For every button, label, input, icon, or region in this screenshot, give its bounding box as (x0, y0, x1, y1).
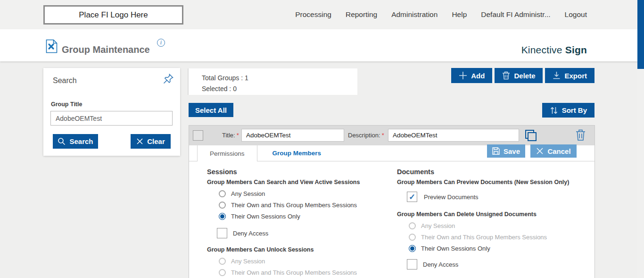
radio-selected-icon (219, 213, 226, 220)
radio-icon (219, 269, 226, 276)
radio-any-session-disabled: Any Session (219, 258, 396, 265)
nav-user-menu[interactable]: Default FI Administr... (481, 10, 550, 19)
sessions-section-heading: Sessions (207, 168, 396, 176)
page-header: Group Maintenance i Kinective Sign (0, 29, 644, 61)
tab-permissions[interactable]: Permissions (197, 145, 257, 161)
search-view-sessions-heading: Group Members Can Search and View Active… (207, 179, 396, 186)
brand-logo: Kinective Sign (521, 44, 587, 56)
checkbox-checked-icon: ✓ (407, 192, 417, 202)
search-button[interactable]: Search (53, 134, 98, 149)
delete-button[interactable]: Delete (495, 68, 543, 83)
search-panel-title: Search (53, 76, 77, 85)
trash-icon (502, 71, 510, 80)
export-button[interactable]: Export (545, 68, 594, 83)
radio-own-and-group-sessions-disabled: Their Own and This Group Members Session… (219, 269, 396, 276)
radio-icon (219, 202, 226, 209)
unlock-sessions-heading: Group Members Can Unlock Sessions (207, 246, 396, 253)
search-panel: Search Group Title Search Clear (43, 68, 180, 156)
top-navigation: Processing Reporting Administration Help… (295, 0, 587, 29)
nav-logout[interactable]: Logout (565, 10, 587, 19)
deny-access-checkbox-row[interactable]: Deny Access (217, 228, 396, 238)
preview-documents-heading: Group Members Can Preview Documents (New… (397, 179, 586, 186)
sessions-column: Sessions Group Members Can Search and Vi… (207, 168, 396, 278)
radio-icon (409, 222, 416, 229)
required-asterisk: * (382, 132, 384, 139)
page-title: Group Maintenance (62, 44, 150, 55)
add-button[interactable]: Add (451, 68, 492, 83)
deny-access-checkbox-row[interactable]: Deny Access (407, 259, 586, 270)
radio-own-sessions-only[interactable]: Their Own Sessions Only (219, 213, 396, 220)
vertical-scrollbar[interactable] (637, 0, 644, 278)
nav-administration[interactable]: Administration (391, 10, 438, 19)
search-icon (58, 137, 66, 145)
pushpin-icon[interactable] (162, 73, 174, 85)
brand-bold: Sign (565, 44, 587, 55)
radio-own-and-group-sessions-disabled: Their Own and This Group Members Session… (409, 234, 586, 241)
sort-icon (550, 106, 558, 115)
brand-regular: Kinective (521, 44, 565, 55)
documents-column: Documents Group Members Can Preview Docu… (397, 168, 586, 278)
row-trash-icon[interactable] (576, 129, 586, 143)
info-icon[interactable]: i (157, 39, 165, 47)
radio-own-and-group-sessions[interactable]: Their Own and This Group Members Session… (219, 202, 396, 209)
title-label: Title:* (222, 132, 239, 139)
screen: Place FI Logo Here Processing Reporting … (0, 0, 644, 278)
radio-any-session-disabled: Any Session (409, 222, 586, 229)
documents-section-heading: Documents (397, 168, 586, 176)
radio-icon (409, 234, 416, 241)
radio-selected-icon (409, 245, 416, 252)
tab-group-members[interactable]: Group Members (257, 145, 337, 161)
select-all-button[interactable]: Select All (189, 103, 233, 117)
checkbox-icon (217, 228, 227, 238)
download-icon (553, 71, 561, 80)
summary-box: Total Groups : 1 Selected : 0 (189, 68, 357, 95)
nav-reporting[interactable]: Reporting (346, 10, 377, 19)
total-groups-count: Total Groups : 1 (202, 73, 357, 84)
checkbox-icon (407, 259, 417, 270)
cancel-button[interactable]: Cancel (530, 144, 577, 158)
delete-unsigned-heading: Group Members Can Delete Unsigned Docume… (397, 211, 586, 218)
close-icon (136, 138, 143, 145)
required-asterisk: * (237, 132, 239, 139)
group-card: Title:* Description:* Permissions Group … (189, 125, 595, 278)
selected-count: Selected : 0 (202, 84, 357, 94)
preview-documents-checkbox-row[interactable]: ✓ Preview Documents (407, 192, 586, 202)
radio-icon (219, 190, 226, 197)
group-actions-toolbar: Add Delete Export (451, 68, 594, 83)
description-input[interactable] (388, 129, 519, 142)
save-icon (492, 147, 500, 155)
scrollbar-thumb[interactable] (637, 0, 644, 69)
group-row-header: Title:* Description:* (189, 126, 594, 145)
save-button[interactable]: Save (487, 144, 525, 158)
group-maintenance-icon (46, 39, 58, 55)
nav-help[interactable]: Help (452, 10, 467, 19)
row-select-checkbox[interactable] (193, 130, 203, 141)
radio-any-session[interactable]: Any Session (219, 190, 396, 197)
radio-own-sessions-only[interactable]: Their Own Sessions Only (409, 245, 586, 252)
nav-processing[interactable]: Processing (295, 10, 331, 19)
close-icon (536, 147, 544, 155)
sort-by-button[interactable]: Sort By (542, 103, 594, 118)
fi-logo-placeholder: Place FI Logo Here (43, 5, 183, 25)
plus-icon (459, 71, 467, 80)
copy-icon[interactable] (525, 129, 537, 143)
clear-button[interactable]: Clear (131, 134, 171, 149)
title-input[interactable] (241, 129, 344, 142)
radio-icon (219, 258, 226, 265)
topbar: Place FI Logo Here Processing Reporting … (0, 0, 644, 29)
group-title-input[interactable] (50, 111, 173, 126)
group-title-label: Group Title (51, 101, 82, 108)
fi-logo-text: Place FI Logo Here (79, 10, 148, 20)
description-label: Description:* (348, 132, 384, 139)
